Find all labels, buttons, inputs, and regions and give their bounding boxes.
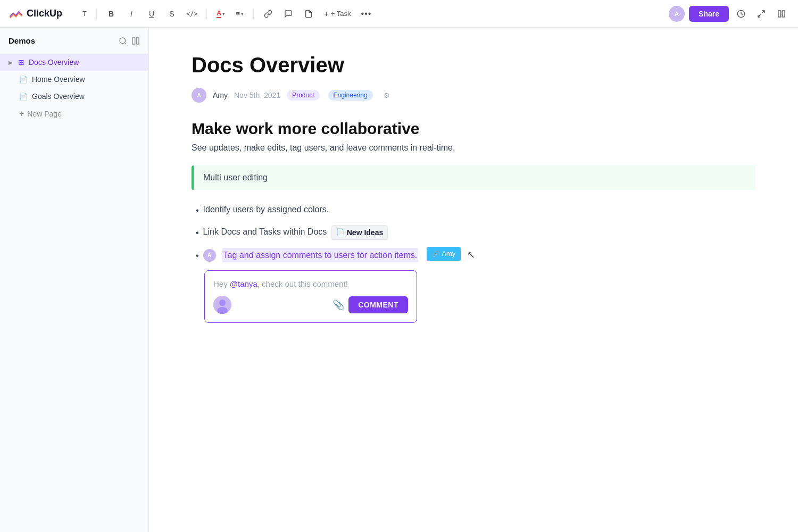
svg-rect-7 <box>132 38 135 44</box>
add-page-label: New Page <box>27 110 62 118</box>
italic-button[interactable]: I <box>123 6 139 22</box>
doc-author: Amy <box>213 91 228 99</box>
share-button[interactable]: Share <box>689 6 729 22</box>
main-layout: Demos ▶ ⊞ Docs Overview 📄 Home Overview … <box>0 28 798 532</box>
link-button[interactable] <box>260 6 276 22</box>
bold-button[interactable]: B <box>103 6 119 22</box>
comment-mention: @tanya <box>230 279 257 288</box>
link-icon: 🔗 <box>432 250 439 259</box>
settings-tag-icon: ⚙ <box>384 92 390 99</box>
cursor-icon: ↖ <box>467 247 475 263</box>
toolbar-divider-2 <box>206 9 207 19</box>
chip-label: New Ideas <box>347 227 383 238</box>
bullet-list: • Identify users by assigned colors. • L… <box>196 203 755 263</box>
sidebar-item-docs-overview[interactable]: ▶ ⊞ Docs Overview <box>0 54 148 71</box>
code-button[interactable]: </> <box>184 6 200 22</box>
bullet-dot-1: • <box>196 204 199 218</box>
section-subtext: See updates, make edits, tag users, and … <box>192 143 755 153</box>
author-avatar: A <box>192 88 206 103</box>
comment-suffix: , check out this comment! <box>257 279 348 288</box>
sidebar-search-button[interactable] <box>119 37 127 45</box>
bullet-dot-3: • <box>196 249 199 263</box>
comment-text: Hey @tanya, check out this comment! <box>213 279 408 288</box>
text-format-button[interactable]: T <box>79 6 90 22</box>
doc-toolbar-button[interactable] <box>301 6 317 22</box>
sidebar-item-home-overview[interactable]: 📄 Home Overview <box>0 71 148 88</box>
align-button[interactable]: ≡ ▾ <box>232 6 247 22</box>
clickup-logo-icon <box>9 6 23 21</box>
svg-rect-3 <box>778 11 781 17</box>
sidebar-doc-icon-1: 📄 <box>19 76 28 84</box>
add-icon: + <box>19 109 24 119</box>
comment-prefix: Hey <box>213 279 230 288</box>
layout-button[interactable] <box>774 6 789 22</box>
underline-button[interactable]: U <box>144 6 160 22</box>
comment-footer: 📎 COMMENT <box>213 296 408 314</box>
sidebar-toggle-button[interactable] <box>131 37 140 45</box>
sidebar-item-icon-grid: ⊞ <box>18 58 24 66</box>
sidebar-item-label: Home Overview <box>32 75 85 84</box>
toolbar-divider-3 <box>253 9 254 19</box>
amy-tag-label: Amy <box>442 248 455 260</box>
history-button[interactable] <box>733 6 749 22</box>
comment-box: Hey @tanya, check out this comment! 📎 CO… <box>204 270 417 323</box>
tag-engineering[interactable]: Engineering <box>328 90 373 101</box>
comment-toolbar-button[interactable] <box>280 6 296 22</box>
commenter-avatar <box>213 296 231 314</box>
amy-tag: 🔗 Amy <box>427 247 461 261</box>
add-task-button[interactable]: + + Task <box>321 6 354 22</box>
logo-text: ClickUp <box>27 8 62 19</box>
bullet-item-1: • Identify users by assigned colors. <box>196 203 755 218</box>
doc-meta: A Amy Nov 5th, 2021 Product Engineering … <box>192 88 755 103</box>
sidebar: Demos ▶ ⊞ Docs Overview 📄 Home Overview … <box>0 28 149 532</box>
toolbar-divider-1 <box>96 9 97 19</box>
bullet-text-1: Identify users by assigned colors. <box>203 203 329 217</box>
sidebar-item-label: Docs Overview <box>29 58 79 66</box>
bullet-item-2: • Link Docs and Tasks within Docs 📄 New … <box>196 225 755 240</box>
avatar-image <box>213 296 231 314</box>
sidebar-doc-icon-2: 📄 <box>19 93 28 101</box>
svg-rect-8 <box>136 38 139 44</box>
sidebar-title: Demos <box>9 36 35 45</box>
doc-date: Nov 5th, 2021 <box>234 91 280 99</box>
bullet-text-3: Tag and assign comments to users for act… <box>222 248 419 263</box>
attachment-icon[interactable]: 📎 <box>332 299 344 311</box>
color-button[interactable]: A ▾ <box>213 6 228 22</box>
bullet-dot-2: • <box>196 226 199 240</box>
linked-doc-chip[interactable]: 📄 New Ideas <box>331 225 388 240</box>
bullet-item-3: • A Tag and assign comments to users for… <box>196 247 755 263</box>
bullet-text-2: Link Docs and Tasks within Docs 📄 New Id… <box>203 225 388 240</box>
sidebar-add-page[interactable]: + New Page <box>0 105 148 123</box>
sidebar-item-goals-overview[interactable]: 📄 Goals Overview <box>0 88 148 105</box>
toolbar-right: A Share <box>669 6 789 22</box>
callout-block: Multi user editing <box>192 165 755 190</box>
tag-product[interactable]: Product <box>287 90 319 101</box>
expand-button[interactable] <box>753 6 769 22</box>
svg-point-10 <box>219 300 226 306</box>
svg-rect-4 <box>782 11 785 17</box>
strikethrough-button[interactable]: S <box>164 6 180 22</box>
user-avatar-inline: A <box>203 249 216 262</box>
toolbar: ClickUp T B I U S </> A ▾ ≡ ▾ + + Task •… <box>0 0 798 28</box>
section-heading: Make work more collaborative <box>192 120 755 138</box>
doc-title: Docs Overview <box>192 53 755 77</box>
logo: ClickUp <box>9 6 62 21</box>
sidebar-header-icons <box>119 37 140 45</box>
user-avatar: A <box>669 6 685 22</box>
comment-submit-button[interactable]: COMMENT <box>348 296 408 313</box>
chevron-icon: ▶ <box>9 60 13 65</box>
svg-line-2 <box>758 14 761 17</box>
sidebar-header: Demos <box>0 36 148 54</box>
svg-point-5 <box>120 38 126 44</box>
svg-line-1 <box>762 11 764 13</box>
more-options-button[interactable]: ••• <box>358 6 374 22</box>
sidebar-item-label: Goals Overview <box>32 92 85 101</box>
callout-text: Multi user editing <box>203 173 268 182</box>
svg-line-6 <box>124 43 126 44</box>
doc-chip-icon: 📄 <box>336 227 345 238</box>
content-area: Docs Overview A Amy Nov 5th, 2021 Produc… <box>149 28 798 532</box>
